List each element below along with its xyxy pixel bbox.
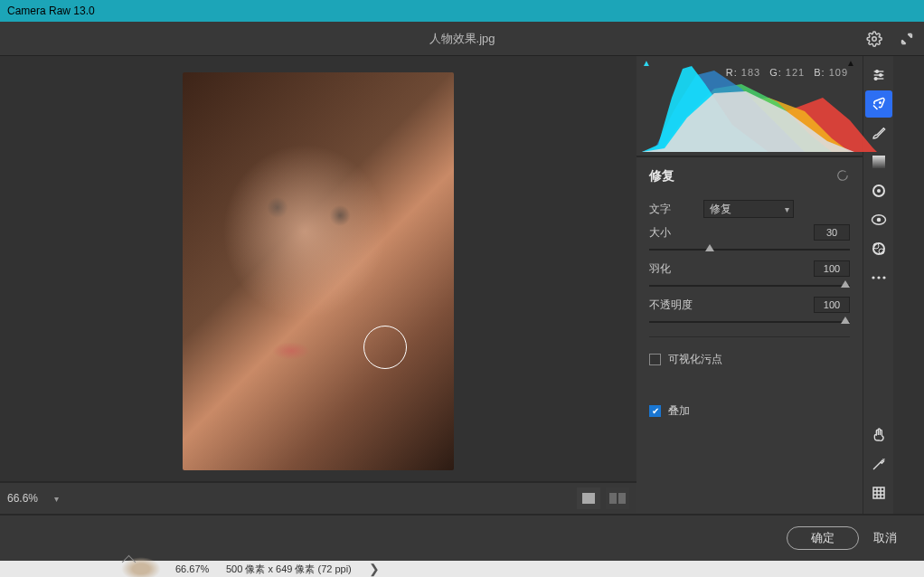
size-slider-row: 大小 30 (636, 219, 863, 255)
svg-rect-3 (618, 493, 626, 504)
svg-point-13 (877, 189, 881, 193)
status-thumb-icon (121, 557, 161, 577)
svg-point-10 (879, 102, 881, 104)
svg-rect-11 (872, 156, 885, 168)
opacity-slider[interactable] (649, 317, 850, 327)
compare-view-button[interactable] (606, 487, 629, 509)
healing-cursor-circle (363, 326, 407, 369)
dialog-footer: 确定 取消 (0, 514, 924, 561)
size-value-input[interactable]: 30 (814, 224, 850, 241)
zoom-bar: 66.6% ▾ (0, 481, 636, 514)
heal-type-row: 文字 修复 (636, 194, 863, 219)
main-column: 66.6% ▾ (0, 56, 636, 514)
svg-rect-1 (582, 493, 595, 504)
host-statusbar: 66.67% 500 像素 x 649 像素 (72 ppi) ❯ (0, 561, 924, 577)
zoom-dropdown-icon[interactable]: ▾ (54, 494, 59, 504)
graduated-icon[interactable] (865, 148, 892, 175)
hand-icon[interactable] (865, 421, 892, 449)
preview-image (183, 72, 454, 470)
svg-point-21 (882, 276, 885, 279)
redeye-icon[interactable] (865, 206, 892, 233)
grid-icon[interactable] (865, 479, 892, 506)
histogram-panel[interactable]: ▲ ▲ R: 183 G: 121 B: 109 (636, 56, 863, 157)
panel-title: 修复 (649, 168, 674, 184)
status-caret-icon[interactable]: ❯ (369, 562, 380, 576)
file-header: 人物效果.jpg (0, 22, 924, 56)
fullscreen-icon[interactable] (895, 27, 919, 51)
app-frame: 人物效果.jpg 66.6% ▾ (0, 22, 924, 561)
zoom-level[interactable]: 66.6% (7, 492, 51, 505)
file-name: 人物效果.jpg (429, 31, 495, 47)
window-titlebar[interactable]: Camera Raw 13.0 (0, 0, 924, 22)
visualize-label: 可视化污点 (668, 352, 722, 367)
window-title: Camera Raw 13.0 (7, 5, 95, 17)
cancel-button[interactable]: 取消 (873, 530, 897, 546)
size-slider[interactable] (649, 244, 850, 255)
visualize-checkbox[interactable] (649, 354, 661, 365)
svg-point-8 (879, 74, 882, 77)
settings-icon[interactable] (863, 27, 886, 51)
side-column: ▲ ▲ R: 183 G: 121 B: 109 (636, 56, 893, 514)
svg-rect-2 (609, 493, 617, 504)
svg-point-20 (877, 276, 880, 279)
visualize-row[interactable]: 可视化污点 (636, 346, 863, 373)
histogram-graph (642, 61, 877, 152)
ok-button[interactable]: 确定 (787, 526, 859, 550)
svg-point-19 (872, 276, 874, 279)
status-dimensions[interactable]: 500 像素 x 649 像素 (72 ppi) (217, 563, 361, 576)
magic-icon[interactable] (865, 450, 892, 478)
svg-rect-22 (873, 487, 884, 498)
heal-type-select[interactable]: 修复 (703, 200, 794, 218)
image-canvas[interactable] (0, 56, 636, 481)
preset-more-icon[interactable] (865, 264, 892, 291)
feather-label: 羽化 (649, 261, 671, 277)
feather-slider-row: 羽化 100 (636, 255, 863, 291)
single-view-button[interactable] (577, 487, 600, 509)
opacity-label: 不透明度 (649, 298, 693, 313)
svg-point-15 (876, 218, 881, 222)
overlay-label: 叠加 (668, 403, 690, 419)
snapshot-icon[interactable] (865, 235, 892, 262)
status-zoom[interactable]: 66.67% (166, 563, 218, 574)
panel-divider (649, 336, 850, 337)
feather-value-input[interactable]: 100 (814, 260, 850, 277)
panel-reset-icon[interactable] (835, 169, 850, 184)
radial-icon[interactable] (865, 177, 892, 204)
feather-slider[interactable] (649, 280, 850, 291)
heal-panel: 修复 文字 修复 大小 30 (636, 157, 863, 514)
opacity-value-input[interactable]: 100 (814, 297, 850, 313)
overlay-row[interactable]: ✔ 叠加 (636, 398, 863, 424)
size-label: 大小 (649, 225, 671, 241)
header-actions (863, 27, 919, 51)
content-row: 66.6% ▾ ▲ ▲ R: 183 (0, 56, 924, 514)
heal-type-label: 文字 (649, 202, 703, 217)
opacity-slider-row: 不透明度 100 (636, 291, 863, 327)
svg-point-0 (872, 36, 877, 41)
overlay-checkbox[interactable]: ✔ (649, 405, 661, 417)
panel-area: ▲ ▲ R: 183 G: 121 B: 109 (636, 56, 863, 514)
